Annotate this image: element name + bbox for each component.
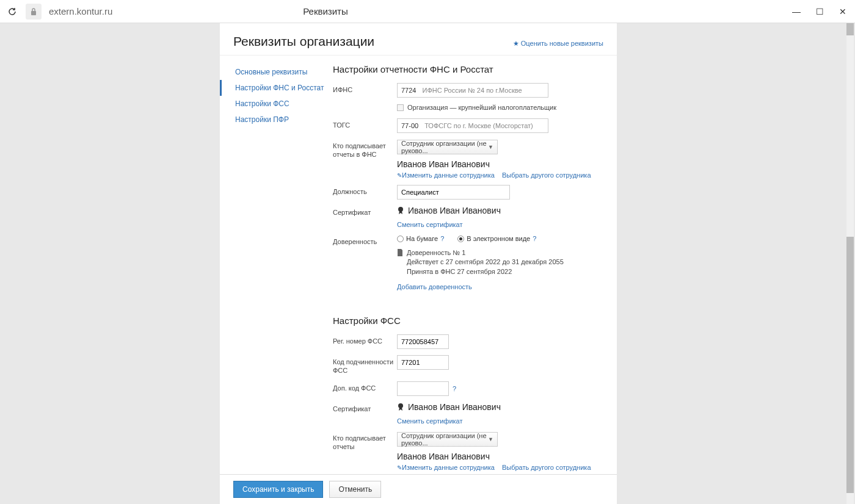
fns-attorney-title: Доверенность № 1: [407, 248, 564, 257]
window-controls: — ☐ ✕: [790, 5, 849, 18]
fns-attorney-accepted: Принята в ФНС 27 сентября 2022: [407, 267, 564, 276]
main-form: Настройки отчетности ФНС и Росстат ИФНС …: [333, 64, 617, 504]
ifns-input[interactable]: 7724 ИФНС России № 24 по г.Москве: [397, 83, 548, 98]
browser-bar: extern.kontur.ru Реквизиты — ☐ ✕: [0, 0, 855, 23]
fns-signer-name: Иванов Иван Иванович: [397, 159, 606, 169]
fss-signer-select[interactable]: Сотрудник организации (не руково... ▼: [397, 432, 498, 447]
svg-point-1: [398, 207, 403, 212]
content-panel: Реквизиты организации Оценить новые рекв…: [220, 23, 617, 504]
fss-addcode-input[interactable]: [397, 381, 449, 396]
fss-subcode-input[interactable]: [397, 355, 449, 370]
help-icon[interactable]: ?: [453, 385, 456, 392]
fss-signer-label: Кто подписывает отчеты: [333, 431, 397, 452]
fns-change-cert-link[interactable]: Сменить сертификат: [397, 221, 463, 228]
fss-regnum-label: Рег. номер ФСС: [333, 334, 397, 345]
sidebar-item-main[interactable]: Основные реквизиты: [220, 64, 333, 80]
scrollbar-thumb[interactable]: [846, 237, 854, 493]
fns-position-input[interactable]: [397, 185, 510, 200]
browser-page-title: Реквизиты: [303, 6, 348, 16]
sidebar-item-fns[interactable]: Настройки ФНС и Росстат: [220, 80, 333, 96]
fns-signer-select-value: Сотрудник организации (не руково...: [401, 140, 488, 154]
togs-code: 77-00: [398, 122, 422, 129]
chevron-down-icon: ▼: [488, 436, 493, 442]
pencil-icon: ✎: [397, 172, 402, 179]
minimize-icon[interactable]: —: [790, 5, 802, 18]
ifns-label: ИФНС: [333, 83, 397, 94]
togs-input[interactable]: 77-00 ТОФСГС по г. Москве (Мосгорстат): [397, 118, 548, 133]
ifns-code: 7724: [398, 87, 420, 94]
certificate-icon: [397, 403, 404, 411]
svg-point-2: [398, 403, 403, 408]
fss-change-cert-link[interactable]: Сменить сертификат: [397, 417, 463, 425]
fss-signer-select-value: Сотрудник организации (не руково...: [401, 432, 488, 447]
scrollbar-up[interactable]: [846, 23, 854, 35]
fss-section-title: Настройки ФСС: [333, 315, 606, 326]
fns-add-attorney-link[interactable]: Добавить доверенность: [397, 283, 472, 290]
close-icon[interactable]: ✕: [837, 5, 849, 18]
large-taxpayer-label: Организация — крупнейший налогоплательщи…: [407, 104, 556, 111]
fns-attorney-label: Доверенность: [333, 235, 397, 246]
large-taxpayer-checkbox[interactable]: [397, 104, 404, 111]
fns-position-label: Должность: [333, 185, 397, 196]
fns-edit-employee-link[interactable]: ✎Изменить данные сотрудника: [397, 171, 495, 179]
page-header: Реквизиты организации Оценить новые рекв…: [220, 23, 617, 56]
fns-signer-label: Кто подписывает отчеты в ФНС: [333, 139, 397, 159]
togs-desc: ТОФСГС по г. Москве (Мосгорстат): [422, 122, 536, 129]
fss-choose-other-link[interactable]: Выбрать другого сотрудника: [502, 464, 591, 471]
rate-link[interactable]: Оценить новые реквизиты: [513, 40, 603, 48]
sidebar-item-fss[interactable]: Настройки ФСС: [220, 96, 333, 112]
page-title: Реквизиты организации: [233, 34, 374, 49]
footer-bar: Сохранить и закрыть Отменить: [220, 474, 617, 504]
certificate-icon: [397, 206, 404, 215]
fss-addcode-label: Доп. код ФСС: [333, 381, 397, 392]
maximize-icon[interactable]: ☐: [813, 5, 826, 18]
url-text: extern.kontur.ru: [49, 6, 112, 16]
save-button[interactable]: Сохранить и закрыть: [233, 481, 323, 498]
cancel-button[interactable]: Отменить: [329, 481, 381, 498]
togs-label: ТОГС: [333, 118, 397, 129]
fss-cert-label: Сертификат: [333, 402, 397, 413]
attorney-electronic-label: В электронном виде: [467, 235, 530, 242]
lock-icon: [26, 4, 42, 20]
fns-signer-select[interactable]: Сотрудник организации (не руково... ▼: [397, 140, 498, 154]
left-gutter: [0, 23, 220, 504]
help-icon[interactable]: ?: [440, 235, 444, 242]
refresh-icon[interactable]: [6, 5, 18, 18]
fss-cert-name: Иванов Иван Иванович: [408, 402, 501, 412]
fss-signer-name: Иванов Иван Иванович: [397, 452, 606, 461]
sidebar-item-pfr[interactable]: Настройки ПФР: [220, 112, 333, 128]
fns-section-title: Настройки отчетности ФНС и Росстат: [333, 64, 606, 74]
document-icon: [397, 249, 403, 256]
attorney-paper-label: На бумаге: [406, 235, 438, 242]
right-gutter: [617, 23, 855, 504]
svg-rect-0: [31, 11, 36, 15]
fss-edit-employee-link[interactable]: ✎Изменить данные сотрудника: [397, 464, 495, 471]
fns-cert-name: Иванов Иван Иванович: [408, 206, 501, 215]
attorney-paper-radio[interactable]: [397, 236, 404, 242]
attorney-electronic-radio[interactable]: [457, 236, 464, 242]
sidebar: Основные реквизиты Настройки ФНС и Росст…: [220, 64, 333, 504]
pencil-icon: ✎: [397, 464, 402, 471]
fns-cert-label: Сертификат: [333, 206, 397, 217]
fss-regnum-input[interactable]: [397, 334, 449, 349]
ifns-desc: ИФНС России № 24 по г.Москве: [420, 87, 524, 94]
fns-attorney-period: Действует с 27 сентября 2022 до 31 декаб…: [407, 257, 564, 267]
help-icon[interactable]: ?: [533, 235, 536, 242]
fns-choose-other-link[interactable]: Выбрать другого сотрудника: [502, 171, 591, 179]
chevron-down-icon: ▼: [488, 144, 493, 150]
fss-subcode-label: Код подчиненности ФСС: [333, 355, 397, 375]
